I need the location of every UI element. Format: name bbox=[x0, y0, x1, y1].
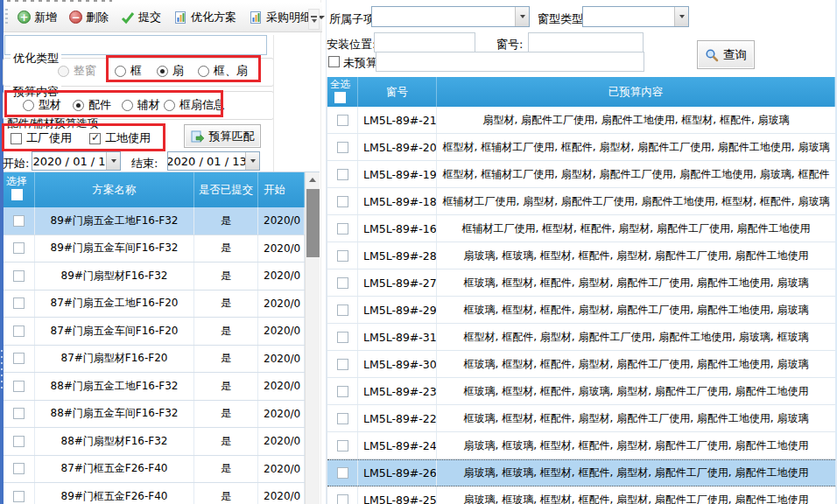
vertical-scrollbar[interactable] bbox=[305, 172, 320, 504]
window-no-column-header[interactable]: 窗号 bbox=[358, 77, 437, 107]
window-table-row[interactable]: LM5L-89#-16F15框辅材工厂使用, 框型材, 框配件, 扇型材, 扇配… bbox=[327, 215, 835, 242]
plan-table-row[interactable]: 87#门扇五金工地F16-F20是2020/0 bbox=[4, 290, 305, 318]
select-all-checkbox[interactable] bbox=[334, 92, 346, 103]
window-table-row[interactable]: LM5L-89#-26F24扇玻璃, 框玻璃, 框型材, 框配件, 扇型材, 扇… bbox=[327, 459, 835, 486]
row-checkbox[interactable] bbox=[337, 386, 348, 397]
window-table-row[interactable]: LM5L-89#-27F25框玻璃, 框型材, 框配件, 扇型材, 扇配件工厂使… bbox=[327, 270, 835, 297]
row-checkbox[interactable] bbox=[13, 491, 25, 502]
toolbar: + 新增 − 删除 提交 优化方案 bbox=[4, 3, 322, 32]
window-table-row[interactable]: LM5L-89#-29F27框玻璃, 框型材, 框配件, 扇型材, 扇配件工厂使… bbox=[327, 297, 835, 324]
triangle-up-icon bbox=[309, 178, 316, 182]
delete-button[interactable]: − 删除 bbox=[64, 6, 114, 29]
row-checkbox[interactable] bbox=[337, 115, 348, 126]
radio-icon bbox=[198, 66, 209, 77]
row-checkbox[interactable] bbox=[13, 298, 25, 309]
delete-icon: − bbox=[69, 10, 82, 24]
row-checkbox[interactable] bbox=[13, 242, 25, 254]
window-table-row[interactable]: LM5L-89#-23F21框玻璃, 框型材, 框配件, 扇玻璃, 扇型材, 扇… bbox=[327, 378, 835, 405]
row-checkbox[interactable] bbox=[337, 413, 348, 424]
window-table-row[interactable]: LM5L-89#-28F26扇玻璃, 框玻璃, 框型材, 框配件, 扇型材, 扇… bbox=[327, 242, 835, 270]
radio-frame-sash[interactable]: 框、扇 bbox=[198, 63, 248, 79]
plan-name-column-header[interactable]: 方案名称 bbox=[35, 172, 194, 207]
budgeted-content-cell: 框型材, 框辅材工厂使用, 扇型材, 扇配件工厂使用, 扇配件工地使用, 扇玻璃… bbox=[437, 161, 835, 187]
query-button[interactable]: 查询 bbox=[697, 40, 755, 69]
window-no-cell: LM5L-89#-26F24 bbox=[358, 460, 437, 486]
row-checkbox[interactable] bbox=[13, 408, 25, 419]
row-checkbox[interactable] bbox=[13, 436, 25, 447]
scroll-up-button[interactable] bbox=[306, 172, 320, 187]
not-budgeted-checkbox[interactable] bbox=[328, 56, 340, 67]
radio-frame-sash-info[interactable]: 框扇信息 bbox=[164, 97, 225, 113]
sub-item-select[interactable] bbox=[371, 6, 530, 27]
plan-table-row[interactable]: 88#门扇型材F16-F32是2020/0 bbox=[4, 428, 305, 456]
window-table-row[interactable]: LM5L-89#-30F28框玻璃, 框型材, 框配件, 扇型材, 扇配件工厂使… bbox=[327, 351, 835, 378]
radio-hardware[interactable]: 配件 bbox=[73, 97, 111, 113]
select-all-checkbox[interactable] bbox=[11, 189, 23, 200]
plan-table-row[interactable]: 88#门扇五金工地F16-F32是2020/0 bbox=[4, 373, 305, 401]
scrollbar-thumb[interactable] bbox=[306, 189, 320, 257]
chevron-down-icon[interactable] bbox=[515, 7, 529, 26]
search-icon bbox=[705, 48, 719, 62]
budgeted-content-column-header[interactable]: 已预算内容 bbox=[437, 77, 835, 107]
row-checkbox[interactable] bbox=[337, 440, 348, 452]
row-checkbox[interactable] bbox=[337, 359, 348, 370]
row-checkbox[interactable] bbox=[13, 326, 25, 337]
window-type-select[interactable] bbox=[582, 6, 689, 27]
row-checkbox[interactable] bbox=[337, 142, 348, 153]
plan-table-row[interactable]: 89#门框五金F26-F40是2020/0 bbox=[4, 483, 305, 504]
row-select-cell bbox=[4, 346, 35, 373]
chevron-down-icon[interactable] bbox=[245, 152, 259, 170]
chevron-down-icon[interactable] bbox=[674, 7, 688, 26]
row-checkbox[interactable] bbox=[337, 304, 348, 316]
window-table-row[interactable]: LM5L-89#-31F29框型材, 框配件, 扇型材, 扇配件工厂使用, 扇配… bbox=[327, 324, 835, 351]
row-checkbox[interactable] bbox=[13, 270, 25, 282]
start-column-header[interactable]: 开始 bbox=[258, 172, 305, 207]
row-checkbox[interactable] bbox=[13, 463, 25, 474]
submit-button[interactable]: 提交 bbox=[116, 6, 166, 29]
plan-table-row[interactable]: 87#门框五金F26-F40是2020/0 bbox=[4, 456, 305, 484]
window-table-row[interactable]: LM5L-89#-24F22扇玻璃, 框玻璃, 框型材, 框配件, 扇型材, 扇… bbox=[327, 432, 835, 459]
site-use-checkbox[interactable]: 工地使用 bbox=[89, 130, 151, 146]
window-table-row[interactable]: LM5L-89#-20F18框型材, 框辅材工厂使用, 框配件, 扇型材, 扇配… bbox=[327, 134, 835, 161]
factory-use-checkbox[interactable]: 工厂使用 bbox=[11, 130, 72, 146]
plan-table-row[interactable]: 89#门扇五金工地F16-F32是2020/0 bbox=[4, 207, 305, 235]
window-table-row[interactable]: LM5L-89#-22F20框玻璃, 框型材, 框配件, 扇型材, 扇配件工厂使… bbox=[327, 405, 835, 432]
toolbar-grip[interactable] bbox=[5, 9, 8, 26]
window-table-row[interactable]: LM5L-89#-18F16框辅材工厂使用, 扇型材, 扇配件工厂使用, 扇配件… bbox=[327, 188, 835, 215]
not-budgeted-input[interactable] bbox=[376, 52, 644, 72]
row-checkbox[interactable] bbox=[13, 353, 25, 364]
add-button[interactable]: + 新增 bbox=[12, 6, 62, 29]
panel-splitter[interactable] bbox=[320, 0, 327, 504]
plan-table-row[interactable]: 87#门扇五金车间F16-F20是2020/0 bbox=[4, 318, 305, 346]
row-checkbox[interactable] bbox=[337, 196, 348, 207]
plan-table-row[interactable]: 87#门扇型材F16-F20是2020/0 bbox=[4, 346, 305, 374]
radio-profile[interactable]: 型材 bbox=[23, 97, 61, 113]
radio-frame[interactable]: 框 bbox=[115, 63, 142, 79]
window-table-row[interactable]: LM5L-89#-25F23扇玻璃, 框玻璃, 框型材, 框配件, 扇型材, 扇… bbox=[327, 486, 835, 504]
row-checkbox[interactable] bbox=[13, 215, 25, 227]
optimize-plan-button[interactable]: 优化方案 bbox=[168, 6, 242, 29]
budget-match-button[interactable]: 预算匹配 bbox=[184, 124, 261, 148]
window-table-row[interactable]: LM5L-89#-21F19扇型材, 扇配件工厂使用, 扇配件工地使用, 框型材… bbox=[327, 107, 835, 134]
radio-sash[interactable]: 扇 bbox=[157, 63, 184, 79]
window-table-row[interactable]: LM5L-89#-19F17框型材, 框辅材工厂使用, 扇型材, 扇配件工厂使用… bbox=[327, 161, 835, 188]
end-date-picker[interactable]: 2020 / 01 / 13 bbox=[167, 151, 260, 171]
row-checkbox[interactable] bbox=[337, 223, 348, 234]
start-date-picker[interactable]: 2020 / 01 / 1 bbox=[32, 151, 121, 171]
row-checkbox[interactable] bbox=[337, 332, 348, 343]
plan-table-row[interactable]: 89#门扇型材F16-F32是2020/0 bbox=[4, 262, 305, 290]
chevron-down-icon[interactable] bbox=[106, 152, 120, 170]
radio-auxiliary[interactable]: 辅材 bbox=[122, 97, 160, 113]
submitted-column-header[interactable]: 是否已提交 bbox=[194, 172, 258, 207]
install-location-input[interactable] bbox=[374, 32, 475, 52]
window-no-input[interactable] bbox=[528, 32, 644, 52]
toolbar-overflow-button[interactable] bbox=[308, 9, 320, 30]
row-checkbox[interactable] bbox=[13, 381, 25, 392]
row-checkbox[interactable] bbox=[337, 277, 348, 289]
plan-table-row[interactable]: 88#门扇五金车间F16-F32是2020/0 bbox=[4, 401, 305, 429]
row-checkbox[interactable] bbox=[337, 467, 348, 479]
row-checkbox[interactable] bbox=[337, 250, 348, 262]
row-checkbox[interactable] bbox=[337, 169, 348, 180]
plan-table-row[interactable]: 89#门扇五金车间F16-F32是2020/0 bbox=[4, 235, 305, 263]
row-checkbox[interactable] bbox=[337, 494, 348, 504]
